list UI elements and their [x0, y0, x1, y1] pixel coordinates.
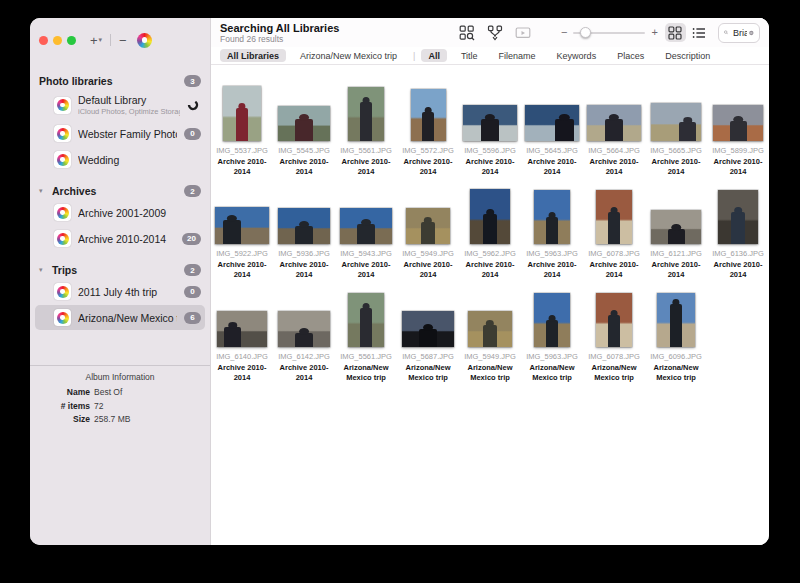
minimize-button[interactable] — [53, 36, 62, 45]
photos-library-icon — [54, 230, 71, 247]
filter-all-libraries[interactable]: All Libraries — [220, 49, 286, 62]
photo-filename: IMG_5962.JPG — [464, 249, 516, 258]
photo-thumb-box — [278, 85, 330, 141]
photo-thumbnail[interactable] — [657, 293, 695, 347]
sidebar-item-wedding[interactable]: Wedding — [35, 147, 205, 172]
photo-filename: IMG_5963.JPG — [526, 249, 578, 258]
chevron-down-icon[interactable]: ▾ — [39, 266, 52, 274]
remove-library-button[interactable]: − — [119, 34, 127, 47]
photo-thumbnail[interactable] — [348, 87, 384, 141]
sidebar-item-2011-july-4th-trip[interactable]: 2011 July 4th trip0 — [35, 279, 205, 304]
clear-search-button[interactable] — [749, 28, 754, 38]
photo-thumbnail[interactable] — [411, 89, 446, 141]
count-badge: 2 — [184, 185, 201, 197]
photo-thumbnail[interactable] — [278, 311, 330, 347]
sidebar-item-default-library[interactable]: Default LibraryiCloud Photos, Optimize S… — [35, 90, 205, 120]
photo-cell: IMG_5665.JPGArchive 2010-2014 — [645, 85, 707, 176]
photo-thumbnail[interactable] — [215, 207, 269, 244]
photo-thumbnail[interactable] — [596, 293, 632, 347]
photo-thumbnail[interactable] — [587, 105, 641, 141]
album-info-row: NameBest Of — [30, 387, 210, 397]
sidebar-section-label: Archives — [52, 185, 184, 197]
photo-thumbnail[interactable] — [278, 208, 330, 244]
photo-cell: IMG_5561.JPGArchive 2010-2014 — [335, 85, 397, 176]
powerphotos-window: + ▾ − Photo libraries3Default LibraryiCl… — [30, 18, 769, 545]
close-button[interactable] — [39, 36, 48, 45]
find-duplicates-button[interactable] — [458, 24, 475, 41]
person-silhouette — [679, 122, 696, 141]
search-input[interactable] — [731, 27, 749, 39]
photo-thumbnail[interactable] — [340, 208, 392, 244]
photo-filename: IMG_5561.JPG — [340, 352, 392, 361]
photo-album-label: Archive 2010-2014 — [461, 260, 519, 279]
zoom-window-button[interactable] — [67, 36, 76, 45]
sidebar-item-arizona-new-mexico-trip[interactable]: Arizona/New Mexico trip6 — [35, 305, 205, 330]
list-view-button[interactable] — [689, 23, 710, 42]
filter-separator: | — [413, 51, 415, 61]
photo-thumb-box — [525, 85, 579, 141]
photo-thumb-box — [470, 188, 510, 244]
filter-arizona-new-mexico-trip[interactable]: Arizona/New Mexico trip — [293, 49, 404, 62]
sidebar-item-webster-family-photos[interactable]: Webster Family Photos0 — [35, 121, 205, 146]
photo-thumbnail[interactable] — [406, 208, 450, 244]
sidebar-item-subtitle: iCloud Photos, Optimize Storage — [78, 107, 180, 116]
sidebar-item-archive-2001-2009[interactable]: Archive 2001-2009 — [35, 200, 205, 225]
sidebar-item-text: Wedding — [78, 154, 201, 166]
filter-filename[interactable]: Filename — [492, 49, 543, 62]
person-silhouette — [224, 327, 241, 347]
desktop-background: { "colors": { "sidebar_bg": "#e9e4e9", "… — [0, 0, 800, 583]
filter-places[interactable]: Places — [610, 49, 651, 62]
sidebar-item-text: Default LibraryiCloud Photos, Optimize S… — [78, 94, 180, 116]
photo-thumbnail[interactable] — [278, 106, 330, 141]
photo-album-label: Archive 2010-2014 — [585, 260, 643, 279]
filter-title[interactable]: Title — [454, 49, 485, 62]
photo-thumbnail[interactable] — [402, 311, 454, 347]
photo-thumbnail[interactable] — [534, 293, 570, 347]
photo-thumb-box — [278, 291, 330, 347]
photo-thumbnail[interactable] — [223, 86, 261, 141]
photo-thumbnail[interactable] — [348, 293, 384, 347]
photo-thumbnail[interactable] — [596, 190, 632, 244]
photo-filename: IMG_5963.JPG — [526, 352, 578, 361]
count-badge: 3 — [184, 75, 201, 87]
add-library-button[interactable]: + — [90, 34, 98, 47]
photo-cell: IMG_6142.JPGArchive 2010-2014 — [273, 291, 335, 382]
photo-thumb-box — [651, 188, 701, 244]
merge-libraries-button[interactable] — [486, 24, 503, 41]
filter-keywords[interactable]: Keywords — [550, 49, 604, 62]
photo-thumbnail[interactable] — [468, 311, 512, 347]
filter-all[interactable]: All — [421, 49, 447, 62]
photo-thumbnail[interactable] — [713, 105, 763, 141]
photo-thumb-box — [534, 188, 570, 244]
search-icon — [724, 28, 728, 37]
photo-thumbnail[interactable] — [217, 311, 267, 347]
chevron-down-icon[interactable]: ▾ — [99, 36, 103, 44]
photo-album-label: Archive 2010-2014 — [709, 260, 767, 279]
photo-thumbnail[interactable] — [534, 190, 570, 244]
photo-thumbnail[interactable] — [463, 105, 517, 141]
thumbnail-zoom-slider[interactable]: − + — [561, 27, 658, 38]
zoom-out-label[interactable]: − — [561, 27, 567, 38]
person-silhouette — [483, 214, 497, 244]
photo-album-label: Arizona/New Mexico trip — [585, 363, 643, 382]
sidebar-item-archive-2010-2014[interactable]: Archive 2010-201420 — [35, 226, 205, 251]
count-badge: 20 — [182, 233, 201, 245]
photo-thumbnail[interactable] — [651, 210, 701, 244]
photo-cell: IMG_5963.JPGArchive 2010-2014 — [521, 188, 583, 279]
zoom-slider-knob[interactable] — [580, 27, 591, 38]
zoom-in-label[interactable]: + — [651, 27, 657, 38]
photo-thumbnail[interactable] — [525, 105, 579, 141]
search-field[interactable] — [718, 23, 760, 43]
slideshow-button[interactable] — [514, 24, 531, 41]
slideshow-icon — [515, 25, 531, 41]
filter-description[interactable]: Description — [658, 49, 717, 62]
photo-thumbnail[interactable] — [470, 189, 510, 244]
chevron-down-icon[interactable]: ▾ — [39, 187, 52, 195]
photo-thumbnail[interactable] — [718, 190, 758, 244]
photo-thumb-box — [223, 85, 261, 141]
photo-thumbnail[interactable] — [651, 103, 701, 141]
main-area: Searching All Libraries Found 26 results — [210, 18, 769, 545]
grid-view-icon — [668, 26, 682, 40]
zoom-slider-track[interactable] — [573, 32, 645, 34]
grid-view-button[interactable] — [665, 23, 686, 42]
